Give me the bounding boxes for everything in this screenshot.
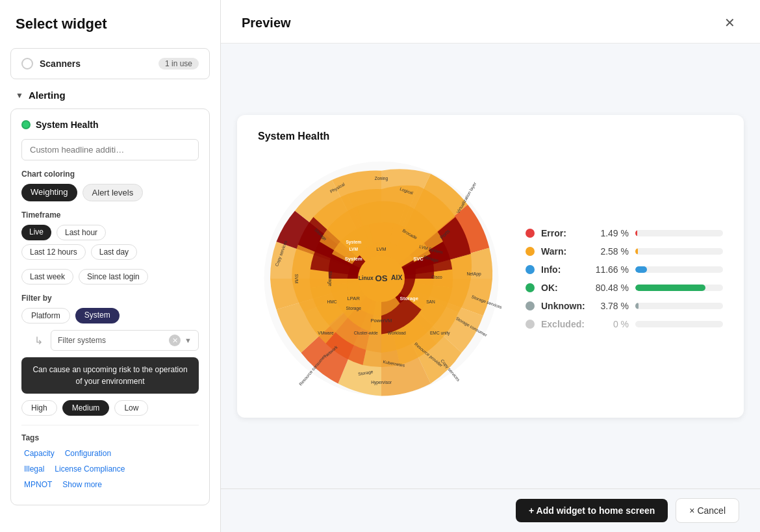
- tf-last-day[interactable]: Last day: [91, 244, 137, 260]
- scanners-item[interactable]: Scanners 1 in use: [10, 48, 210, 79]
- timeframe-row3: Last week Since last login: [21, 269, 199, 285]
- svg-text:SAN: SAN: [426, 299, 435, 304]
- legend-pct-warn: 2.58 %: [593, 246, 629, 257]
- filter-system[interactable]: System: [75, 308, 120, 323]
- alerting-title: Alerting: [29, 90, 66, 101]
- legend-bar-fill-info: [635, 266, 647, 273]
- svg-text:Cluster-wide: Cluster-wide: [354, 330, 378, 335]
- legend-dot-warn: [526, 247, 535, 256]
- bottom-bar: + Add widget to home screen × Cancel: [221, 488, 760, 532]
- dropdown-chevron-icon: ▼: [184, 336, 192, 344]
- radio-scanners[interactable]: [21, 58, 33, 70]
- chart-card: System Health: [237, 115, 744, 418]
- filter-by-label: Filter by: [21, 294, 199, 303]
- legend-bar-track-info: [635, 266, 723, 273]
- legend-item-warn: Warn:2.58 %: [526, 246, 723, 257]
- svg-text:Storage: Storage: [346, 305, 362, 310]
- scanners-label: Scanners: [40, 58, 81, 69]
- chart-coloring-row: Weighting Alert levels: [21, 184, 199, 201]
- svg-text:EMC unity: EMC unity: [430, 330, 450, 335]
- svg-text:AIX: AIX: [391, 273, 402, 281]
- svg-text:Storage: Storage: [400, 296, 418, 301]
- right-header: Preview ✕: [221, 0, 760, 44]
- legend-bar-fill-unknown: [635, 303, 639, 309]
- tags-row3: MPNOT Show more: [21, 479, 199, 490]
- tf-last-hour[interactable]: Last hour: [57, 225, 106, 240]
- page-title: Select widget: [16, 16, 205, 32]
- legend-item-unknown: Unknown:3.78 %: [526, 301, 723, 311]
- filter-by-row: Platform System: [21, 308, 199, 323]
- custom-headline-input[interactable]: [21, 139, 199, 160]
- legend-item-excluded: Excluded:0 %: [526, 319, 723, 329]
- legend-dot-excluded: [526, 320, 535, 329]
- active-indicator: [21, 120, 31, 129]
- svg-text:VMware: VMware: [318, 330, 334, 335]
- risk-medium[interactable]: Medium: [62, 400, 110, 416]
- alerting-header[interactable]: ▼ Alerting: [10, 90, 210, 101]
- svg-text:HMC: HMC: [327, 299, 336, 304]
- legend-pct-ok: 80.48 %: [593, 283, 629, 293]
- tf-live[interactable]: Live: [21, 225, 51, 240]
- legend-label-excluded: Excluded:: [541, 319, 587, 329]
- svg-text:Hypervisor: Hypervisor: [371, 379, 392, 385]
- svg-text:LVM: LVM: [376, 246, 386, 252]
- chevron-down-icon: ▼: [16, 91, 23, 100]
- filter-platform[interactable]: Platform: [21, 308, 70, 323]
- chart-title: System Health: [258, 131, 723, 142]
- svg-text:Storage: Storage: [327, 271, 333, 286]
- risk-high[interactable]: High: [21, 400, 57, 416]
- widget-card-header: System Health: [21, 120, 199, 130]
- chip-alert-levels[interactable]: Alert levels: [82, 184, 144, 201]
- legend-dot-unknown: [526, 301, 535, 310]
- tag-configuration[interactable]: Configuration: [62, 448, 114, 459]
- legend-pct-error: 1.49 %: [593, 228, 629, 238]
- cancel-button[interactable]: × Cancel: [676, 498, 739, 523]
- risk-low[interactable]: Low: [114, 400, 148, 416]
- legend-label-unknown: Unknown:: [541, 301, 587, 311]
- legend-bar-track-ok: [635, 285, 723, 291]
- chip-weighting[interactable]: Weighting: [21, 184, 77, 201]
- clear-icon[interactable]: ✕: [169, 335, 181, 346]
- tags-row2: Illegal License Compliance: [21, 463, 199, 475]
- svg-text:SVC: SVC: [413, 255, 424, 261]
- sunburst-chart: OS Ports NetApp EMC unity Hypervisor VMw…: [258, 155, 505, 402]
- tf-last-12[interactable]: Last 12 hours: [21, 244, 86, 260]
- close-button[interactable]: ✕: [720, 13, 739, 32]
- widget-card: System Health Chart coloring Weighting A…: [10, 108, 210, 505]
- divider: [21, 425, 199, 425]
- svg-text:OS: OS: [375, 273, 387, 283]
- tag-license[interactable]: License Compliance: [52, 463, 127, 475]
- tooltip-box: Can cause an upcoming risk to the operat…: [21, 357, 199, 394]
- svg-text:Workload: Workload: [388, 330, 406, 335]
- timeframe-row2: Last 12 hours Last day: [21, 244, 199, 260]
- svg-text:System: System: [346, 239, 361, 244]
- legend-label-info: Info:: [541, 264, 587, 275]
- right-panel: Preview ✕ System Health: [221, 0, 760, 532]
- timeframe-label: Timeframe: [21, 210, 199, 220]
- scanners-badge: 1 in use: [158, 58, 199, 70]
- svg-text:LPAR: LPAR: [348, 296, 361, 301]
- svg-text:LVM: LVM: [349, 247, 358, 251]
- filter-systems-select[interactable]: Filter systems ✕ ▼: [51, 330, 199, 351]
- legend-item-ok: OK:80.48 %: [526, 283, 723, 293]
- chart-body: OS Ports NetApp EMC unity Hypervisor VMw…: [258, 155, 723, 402]
- filter-systems-row: ↳ Filter systems ✕ ▼: [21, 330, 199, 351]
- tags-row: Capacity Configuration: [21, 448, 199, 459]
- legend-bar-fill-warn: [635, 248, 638, 255]
- tf-last-week[interactable]: Last week: [21, 269, 73, 285]
- svg-text:System: System: [345, 255, 362, 261]
- tooltip-text: Can cause an upcoming risk to the operat…: [32, 365, 187, 386]
- tag-mpnot[interactable]: MPNOT: [21, 479, 55, 490]
- tf-since-login[interactable]: Since last login: [79, 269, 148, 285]
- show-more-link[interactable]: Show more: [60, 479, 105, 490]
- svg-text:Linux: Linux: [359, 274, 374, 281]
- risk-chips-row: High Medium Low: [21, 400, 199, 416]
- timeframe-row: Live Last hour: [21, 225, 199, 240]
- tag-illegal[interactable]: Illegal: [21, 463, 47, 475]
- legend-pct-info: 11.66 %: [593, 264, 629, 275]
- legend-dot-info: [526, 265, 535, 274]
- tag-capacity[interactable]: Capacity: [21, 448, 57, 459]
- add-widget-button[interactable]: + Add widget to home screen: [516, 499, 668, 522]
- legend-item-error: Error:1.49 %: [526, 228, 723, 238]
- svg-text:Zoning: Zoning: [375, 176, 388, 181]
